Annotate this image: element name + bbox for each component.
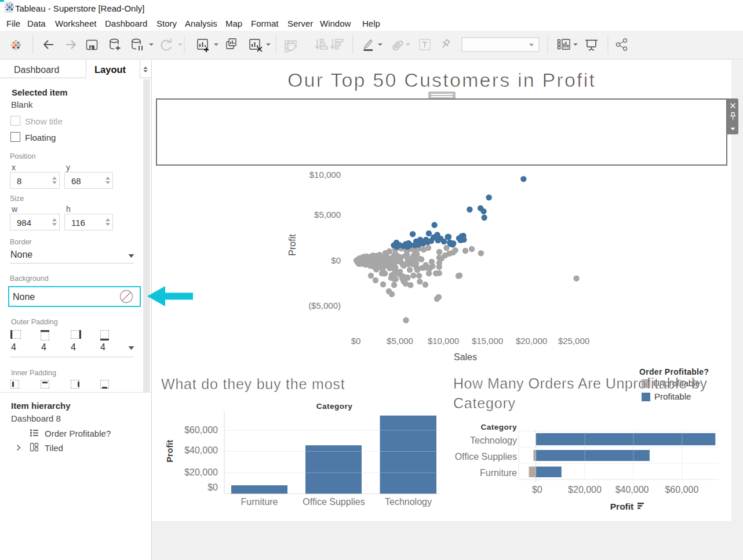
svg-text:$25,000: $25,000 xyxy=(558,336,589,346)
svg-text:$15,000: $15,000 xyxy=(472,336,503,346)
svg-text:$5,000: $5,000 xyxy=(387,336,413,346)
svg-text:How Many Orders Are Unprofitab: How Many Orders Are Unprofitable by xyxy=(453,375,708,391)
svg-text:($5,000): ($5,000) xyxy=(308,301,341,310)
svg-text:$60,000: $60,000 xyxy=(665,485,698,495)
svg-text:$10,000: $10,000 xyxy=(309,170,341,180)
svg-text:$5,000: $5,000 xyxy=(314,210,341,219)
svg-text:Furniture: Furniture xyxy=(241,497,278,507)
svg-text:$60,000: $60,000 xyxy=(184,425,218,435)
svg-text:Office Supplies: Office Supplies xyxy=(455,452,517,462)
svg-text:$20,000: $20,000 xyxy=(184,467,218,477)
svg-text:$0: $0 xyxy=(331,255,341,265)
svg-text:Category: Category xyxy=(316,402,353,411)
svg-text:Profit: Profit xyxy=(287,234,297,256)
svg-text:Furniture: Furniture xyxy=(480,468,517,478)
svg-text:Technology: Technology xyxy=(470,435,517,445)
svg-text:Sales: Sales xyxy=(454,352,477,362)
svg-text:$10,000: $10,000 xyxy=(428,336,459,346)
svg-text:Profit: Profit xyxy=(165,440,174,462)
svg-text:$40,000: $40,000 xyxy=(615,485,649,495)
svg-text:$0: $0 xyxy=(207,482,218,492)
svg-text:Category: Category xyxy=(480,423,517,431)
svg-text:Category: Category xyxy=(453,395,516,411)
svg-text:$0: $0 xyxy=(532,485,542,495)
svg-text:Profit: Profit xyxy=(610,502,633,511)
svg-text:Office Supplies: Office Supplies xyxy=(303,497,365,507)
svg-text:$40,000: $40,000 xyxy=(184,445,218,455)
svg-text:Technology: Technology xyxy=(385,497,432,507)
svg-text:Profitable: Profitable xyxy=(654,391,691,401)
svg-text:$20,000: $20,000 xyxy=(568,485,602,495)
svg-text:What do they buy the most: What do they buy the most xyxy=(161,376,345,392)
svg-text:$20,000: $20,000 xyxy=(516,336,547,346)
svg-text:$0: $0 xyxy=(351,336,361,346)
